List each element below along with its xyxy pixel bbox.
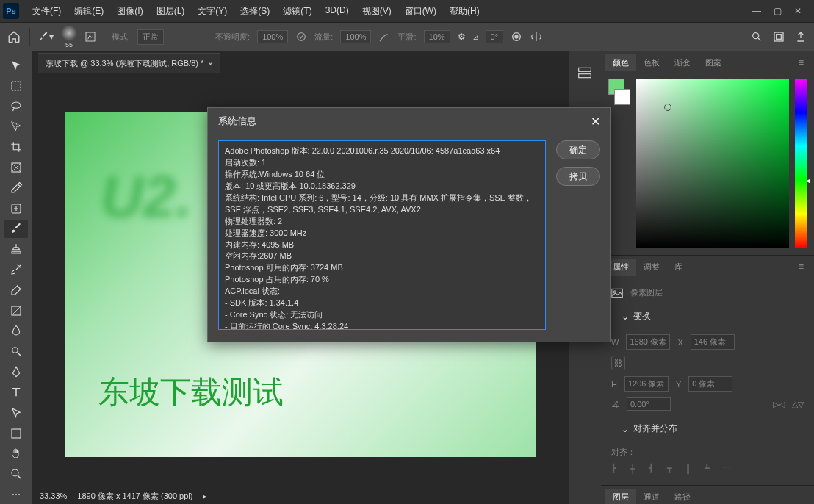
workspace-icon[interactable]	[773, 31, 785, 43]
type-tool[interactable]	[4, 383, 28, 402]
smooth-field[interactable]: 10%	[424, 30, 450, 43]
crop-tool[interactable]	[4, 137, 28, 156]
background-swatch[interactable]	[614, 89, 630, 105]
align-right-icon[interactable]: ┫	[649, 464, 654, 473]
hand-tool[interactable]	[4, 444, 28, 463]
menu-item[interactable]: 文件(F)	[26, 2, 67, 21]
color-tab[interactable]: 渐变	[667, 54, 698, 71]
brush-panel-icon[interactable]	[84, 31, 96, 43]
dodge-tool[interactable]	[4, 342, 28, 361]
svg-point-11	[12, 348, 18, 353]
chevron-down-icon: ⌄	[622, 312, 629, 322]
pressure-size-icon[interactable]	[511, 31, 522, 43]
share-icon[interactable]	[795, 31, 807, 43]
align-bottom-icon[interactable]: ┻	[705, 464, 710, 473]
menu-item[interactable]: 滤镜(T)	[277, 2, 317, 21]
path-select-tool[interactable]	[4, 403, 28, 422]
airbrush-icon[interactable]	[378, 31, 390, 43]
angle-field[interactable]: 0°	[486, 30, 504, 43]
panel-menu-icon[interactable]: ≡	[793, 259, 810, 276]
pen-tool[interactable]	[4, 362, 28, 381]
align-left-icon[interactable]: ┣	[611, 464, 616, 473]
quick-select-tool[interactable]	[4, 117, 28, 136]
marquee-tool[interactable]	[4, 76, 28, 96]
zoom-tool[interactable]	[4, 464, 28, 483]
color-tab[interactable]: 图案	[698, 54, 729, 71]
menu-item[interactable]: 选择(S)	[234, 2, 275, 21]
align-sub-label: 对齐：	[611, 447, 635, 458]
ok-button[interactable]: 确定	[556, 140, 600, 159]
edit-toolbar[interactable]: ⋯	[4, 485, 28, 504]
align-more-icon[interactable]: ⋯	[723, 464, 731, 473]
menu-item[interactable]: 帮助(H)	[444, 2, 486, 21]
copy-button[interactable]: 拷贝	[556, 167, 600, 186]
document-tab[interactable]: 东坡下载 @ 33.3% (东坡下载测试, RGB/8) *×	[38, 53, 220, 73]
x-field[interactable]: 146 像素	[691, 334, 735, 350]
maximize-button[interactable]: ▢	[770, 4, 785, 18]
flip-h-icon[interactable]: ▷◁	[773, 400, 785, 409]
svg-rect-15	[579, 74, 591, 78]
h-field[interactable]: 1206 像素	[624, 376, 669, 392]
menu-item[interactable]: 窗口(W)	[399, 2, 442, 21]
menu-item[interactable]: 3D(D)	[320, 2, 355, 21]
brush-tool-icon[interactable]: ▾	[37, 31, 54, 43]
symmetry-icon[interactable]	[530, 31, 543, 43]
menu-item[interactable]: 文字(Y)	[192, 2, 233, 21]
panel-menu-icon[interactable]: ≡	[793, 54, 810, 71]
menu-item[interactable]: 图像(I)	[111, 2, 148, 21]
hue-slider[interactable]: ◂	[795, 79, 807, 248]
link-icon[interactable]: ⛓	[611, 356, 625, 370]
frame-tool[interactable]	[4, 158, 28, 177]
status-arrow-icon[interactable]: ▸	[203, 492, 207, 501]
close-window-button[interactable]: ✕	[790, 4, 805, 18]
flip-v-icon[interactable]: △▽	[792, 400, 804, 409]
menu-item[interactable]: 编辑(E)	[68, 2, 109, 21]
history-brush-tool[interactable]	[4, 260, 28, 279]
transform-section[interactable]: ⌄变换	[611, 304, 804, 328]
healing-tool[interactable]	[4, 199, 28, 218]
dialog-close-icon[interactable]: ✕	[591, 115, 600, 129]
eyedropper-tool[interactable]	[4, 179, 28, 198]
lasso-tool[interactable]	[4, 97, 28, 116]
stamp-tool[interactable]	[4, 240, 28, 259]
props-tab[interactable]: 调整	[636, 259, 667, 276]
props-tab[interactable]: 库	[667, 259, 690, 276]
menu-item[interactable]: 视图(V)	[356, 2, 397, 21]
color-tab[interactable]: 颜色	[605, 54, 636, 71]
angle-prop-field[interactable]: 0.00°	[627, 397, 671, 411]
eraser-tool[interactable]	[4, 281, 28, 300]
shape-tool[interactable]	[4, 424, 28, 443]
hue-slider-nub[interactable]: ◂	[806, 176, 810, 184]
w-field[interactable]: 1680 像素	[626, 334, 670, 350]
search-icon[interactable]	[751, 31, 763, 43]
system-info-textarea[interactable]: Adobe Photoshop 版本: 22.0.0 20201006.r.35…	[218, 140, 546, 330]
blur-tool[interactable]	[4, 322, 28, 341]
brush-tool[interactable]	[4, 220, 28, 239]
svg-point-4	[753, 33, 759, 39]
svg-point-1	[298, 33, 306, 41]
menu-item[interactable]: 图层(L)	[151, 2, 191, 21]
move-tool[interactable]	[4, 56, 28, 75]
minimize-button[interactable]: —	[749, 4, 764, 18]
home-icon[interactable]	[7, 29, 22, 44]
align-top-icon[interactable]: ┳	[667, 464, 672, 473]
opacity-field[interactable]: 100%	[257, 30, 288, 43]
gradient-tool[interactable]	[4, 301, 28, 320]
brush-preview[interactable]	[61, 25, 77, 41]
pressure-opacity-icon[interactable]	[295, 31, 307, 43]
color-picker-field[interactable]	[636, 79, 789, 248]
align-hcenter-icon[interactable]: ╪	[630, 464, 635, 473]
layers-tab[interactable]: 通道	[636, 489, 667, 504]
gear-icon[interactable]: ⚙	[458, 32, 466, 42]
color-tab[interactable]: 色板	[636, 54, 667, 71]
layers-tab[interactable]: 图层	[605, 489, 636, 504]
mode-select[interactable]: 正常	[137, 29, 164, 45]
close-tab-icon[interactable]: ×	[208, 60, 212, 68]
y-field[interactable]: 0 像素	[688, 376, 732, 392]
align-section[interactable]: ⌄对齐并分布	[611, 417, 804, 441]
layers-tab[interactable]: 路径	[667, 489, 698, 504]
align-vcenter-icon[interactable]: ╫	[685, 464, 691, 473]
x-label: X	[677, 338, 682, 347]
flow-field[interactable]: 100%	[340, 30, 371, 43]
zoom-status[interactable]: 33.33%	[40, 492, 67, 500]
